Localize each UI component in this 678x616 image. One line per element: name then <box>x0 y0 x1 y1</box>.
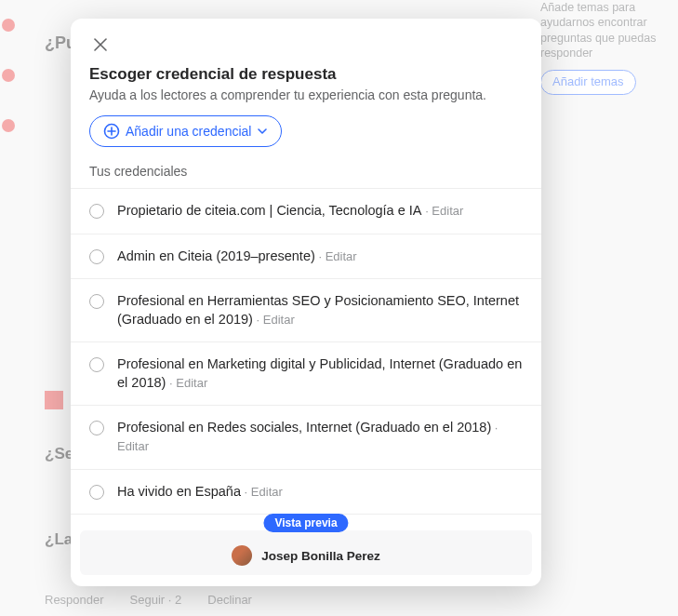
credential-text: Profesional en Herramientas SEO y Posici… <box>117 292 523 328</box>
edit-link[interactable]: Editar <box>326 249 357 263</box>
credential-item[interactable]: Profesional en Marketing digital y Publi… <box>71 342 541 406</box>
separator: · <box>241 485 251 499</box>
preview-name: Josep Bonilla Perez <box>261 549 380 563</box>
preview-card: Josep Bonilla Perez <box>80 530 532 575</box>
edit-link[interactable]: Editar <box>251 485 283 499</box>
add-credential-label: Añadir una credencial <box>126 124 251 139</box>
edit-link[interactable]: Editar <box>176 376 207 390</box>
separator: · <box>491 421 498 435</box>
credential-modal: Escoger credencial de respuesta Ayuda a … <box>71 19 541 586</box>
avatar <box>232 545 252 566</box>
credential-item[interactable]: Admin en Citeia (2019–presente) · Editar <box>71 234 541 280</box>
credentials-section-label: Tus credenciales <box>71 164 541 188</box>
radio-button[interactable] <box>89 294 104 309</box>
credential-text: Propietario de citeia.com | Ciencia, Tec… <box>117 202 463 221</box>
chevron-down-icon <box>257 126 268 137</box>
modal-subtitle: Ayuda a los lectores a comprender tu exp… <box>89 87 523 102</box>
edit-link[interactable]: Editar <box>263 313 295 327</box>
separator: · <box>166 376 176 390</box>
modal-title: Escoger credencial de respuesta <box>89 65 523 84</box>
plus-circle-icon <box>103 123 120 140</box>
separator: · <box>422 204 432 218</box>
credential-item[interactable]: Profesional en Herramientas SEO y Posici… <box>71 279 541 342</box>
credential-item[interactable]: Profesional en Redes sociales, Internet … <box>71 406 541 469</box>
credential-label: Profesional en Redes sociales, Internet … <box>117 420 491 435</box>
credential-label: Ha vivido en España <box>117 484 241 499</box>
separator: · <box>253 313 263 327</box>
preview-badge: Vista previa <box>263 514 348 532</box>
credential-text: Admin en Citeia (2019–presente) · Editar <box>117 248 357 266</box>
credential-label: Propietario de citeia.com | Ciencia, Tec… <box>117 203 422 218</box>
credential-text: Ha vivido en España · Editar <box>117 483 283 502</box>
credential-label: Admin en Citeia (2019–presente) <box>117 248 315 263</box>
radio-button[interactable] <box>89 357 104 372</box>
edit-link[interactable]: Editar <box>432 204 463 218</box>
radio-button[interactable] <box>89 485 104 500</box>
modal-header: Escoger credencial de respuesta Ayuda a … <box>71 19 541 164</box>
edit-link[interactable]: Editar <box>117 439 149 453</box>
credential-list: Propietario de citeia.com | Ciencia, Tec… <box>71 188 541 521</box>
modal-footer: Vista previa Josep Bonilla Perez <box>71 521 541 586</box>
credential-text: Profesional en Redes sociales, Internet … <box>117 419 523 455</box>
radio-button[interactable] <box>89 204 104 219</box>
radio-button[interactable] <box>89 249 104 264</box>
close-icon <box>92 36 109 53</box>
credential-item[interactable]: Propietario de citeia.com | Ciencia, Tec… <box>71 189 541 234</box>
credential-text: Profesional en Marketing digital y Publi… <box>117 355 523 392</box>
close-button[interactable] <box>89 33 112 56</box>
separator: · <box>315 249 326 263</box>
credential-label: Profesional en Herramientas SEO y Posici… <box>117 293 519 327</box>
add-credential-button[interactable]: Añadir una credencial <box>89 115 282 147</box>
radio-button[interactable] <box>89 421 104 435</box>
credential-item[interactable]: Ha vivido en España · Editar <box>71 470 541 516</box>
